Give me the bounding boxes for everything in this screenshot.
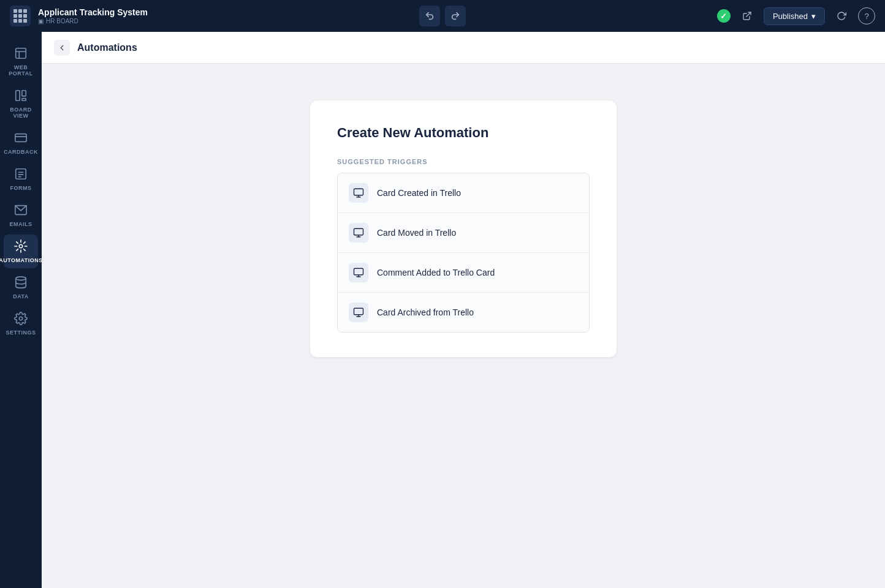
create-automation-card: Create New Automation SUGGESTED TRIGGERS… <box>310 100 617 357</box>
svg-rect-4 <box>16 91 20 101</box>
trigger-card-moved-icon <box>349 223 368 243</box>
redo-icon <box>450 11 460 21</box>
sidebar-item-data-label: DATA <box>13 293 29 300</box>
app-title-block: Applicant Tracking System ▣ HR BOARD <box>38 7 148 24</box>
top-header: Applicant Tracking System ▣ HR BOARD <box>0 0 885 32</box>
sidebar-item-settings[interactable]: SETTINGS <box>4 307 38 341</box>
published-button[interactable]: Published ▾ <box>764 7 825 25</box>
sidebar-item-board-view-label: BOARD VIEW <box>6 107 36 119</box>
external-link-button[interactable] <box>737 6 758 26</box>
back-icon <box>58 43 66 52</box>
svg-rect-9 <box>16 169 26 179</box>
svg-rect-17 <box>354 189 363 195</box>
emails-icon <box>14 203 28 219</box>
cardback-icon <box>14 131 28 146</box>
sidebar: WEB PORTAL BOARD VIEW CARDBACK <box>0 32 42 588</box>
undo-icon <box>425 11 435 21</box>
sidebar-item-automations[interactable]: AUTOMATIONS <box>4 235 38 268</box>
main-layout: WEB PORTAL BOARD VIEW CARDBACK <box>0 32 885 588</box>
sidebar-item-emails-label: EMAILS <box>9 221 32 227</box>
triggers-list: Card Created in Trello Card Moved in Tre… <box>337 173 590 333</box>
sidebar-item-emails[interactable]: EMAILS <box>4 198 38 232</box>
trigger-card-archived[interactable]: Card Archived from Trello <box>338 293 589 332</box>
sidebar-item-board-view[interactable]: BOARD VIEW <box>4 84 38 124</box>
sidebar-item-automations-label: AUTOMATIONS <box>0 257 43 263</box>
sidebar-item-forms[interactable]: FORMS <box>4 162 38 196</box>
header-right: Published ▾ ? <box>717 6 875 26</box>
automations-icon <box>14 239 28 255</box>
redo-button[interactable] <box>445 6 466 26</box>
svg-line-0 <box>746 12 751 17</box>
svg-rect-23 <box>354 268 363 275</box>
refresh-button[interactable] <box>831 6 852 26</box>
refresh-icon <box>837 11 846 21</box>
sidebar-item-data[interactable]: DATA <box>4 271 38 304</box>
svg-point-14 <box>19 244 23 248</box>
svg-rect-7 <box>15 134 26 142</box>
board-view-icon <box>14 89 28 104</box>
app-subtitle: ▣ HR BOARD <box>38 18 148 24</box>
status-check-icon <box>717 9 731 23</box>
section-label: SUGGESTED TRIGGERS <box>337 158 590 165</box>
web-portal-icon <box>14 47 28 62</box>
help-button[interactable]: ? <box>858 7 875 24</box>
back-button[interactable] <box>54 40 70 56</box>
header-center <box>419 6 466 26</box>
content-area: Automations Create New Automation SUGGES… <box>42 32 885 588</box>
app-title: Applicant Tracking System <box>38 7 148 18</box>
sidebar-item-web-portal[interactable]: WEB PORTAL <box>4 42 38 81</box>
trigger-card-moved[interactable]: Card Moved in Trello <box>338 213 589 253</box>
svg-rect-20 <box>354 228 363 235</box>
card-title: Create New Automation <box>337 125 590 141</box>
header-left: Applicant Tracking System ▣ HR BOARD <box>10 6 148 26</box>
data-icon <box>14 276 28 291</box>
trigger-card-archived-label: Card Archived from Trello <box>377 307 474 317</box>
published-label: Published <box>773 12 808 21</box>
trigger-card-created-label: Card Created in Trello <box>377 188 461 198</box>
sidebar-item-settings-label: SETTINGS <box>6 330 36 336</box>
help-icon: ? <box>864 12 868 21</box>
grid-icon <box>13 9 27 23</box>
forms-icon <box>14 167 28 183</box>
svg-rect-26 <box>354 308 363 315</box>
page-title: Automations <box>77 42 137 53</box>
svg-rect-6 <box>22 99 26 101</box>
svg-rect-1 <box>16 48 26 59</box>
sidebar-item-forms-label: FORMS <box>10 185 32 191</box>
trigger-card-created-icon <box>349 183 368 203</box>
trigger-card-archived-icon <box>349 303 368 322</box>
sidebar-item-web-portal-label: WEB PORTAL <box>6 64 36 77</box>
trigger-card-created[interactable]: Card Created in Trello <box>338 173 589 213</box>
trigger-card-moved-label: Card Moved in Trello <box>377 228 456 238</box>
sidebar-item-cardback-label: CARDBACK <box>4 149 38 155</box>
settings-icon <box>14 312 28 327</box>
svg-point-15 <box>16 277 26 281</box>
automation-content: Create New Automation SUGGESTED TRIGGERS… <box>42 64 885 588</box>
undo-button[interactable] <box>419 6 440 26</box>
external-link-icon <box>742 11 752 21</box>
trigger-comment-added[interactable]: Comment Added to Trello Card <box>338 253 589 293</box>
trigger-comment-added-label: Comment Added to Trello Card <box>377 268 495 277</box>
page-header: Automations <box>42 32 885 64</box>
sidebar-item-cardback[interactable]: CARDBACK <box>4 126 38 160</box>
svg-rect-5 <box>22 91 26 96</box>
trigger-comment-added-icon <box>349 263 368 282</box>
chevron-down-icon: ▾ <box>811 12 816 21</box>
svg-point-16 <box>19 317 23 320</box>
grid-menu-button[interactable] <box>10 6 31 26</box>
board-icon: ▣ <box>38 18 44 24</box>
